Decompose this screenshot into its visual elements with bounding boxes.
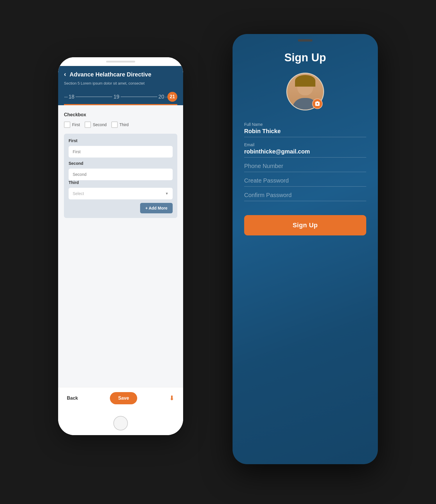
checkbox-box-third[interactable] xyxy=(111,121,118,128)
phone-notch xyxy=(58,57,183,66)
group-card: First Second Third Select ▼ + Add More xyxy=(64,134,177,218)
progress-step-18: 18 xyxy=(69,94,74,100)
phone-speaker xyxy=(298,39,312,42)
back-button[interactable]: Back xyxy=(67,396,78,401)
avatar-wrapper xyxy=(286,73,324,110)
add-more-button[interactable]: + Add More xyxy=(140,203,173,213)
progress-dots-right: ··· xyxy=(165,94,167,100)
select-placeholder: Select xyxy=(73,191,84,196)
bottom-nav: Back Save ⬇ xyxy=(58,387,183,413)
add-more-container: + Add More xyxy=(69,203,173,213)
camera-badge[interactable] xyxy=(312,99,323,109)
back-arrow-icon[interactable]: ‹ xyxy=(64,71,66,78)
header-subtitle: Section 5 Lorem ipsum dolor sit amet, co… xyxy=(64,81,177,85)
right-phone-content: Sign Up xyxy=(233,34,378,464)
left-content: Checkbox First Second Third xyxy=(58,105,183,387)
checkbox-item-second[interactable]: Second xyxy=(85,121,106,128)
field-full-name: Full Name Robin Thicke xyxy=(244,122,366,137)
checkbox-item-third[interactable]: Third xyxy=(111,121,129,128)
right-phone: Sign Up xyxy=(233,34,378,464)
email-value[interactable]: robinthicke@gmail.com xyxy=(244,148,366,158)
phone-placeholder[interactable]: Phone Number xyxy=(244,163,366,172)
progress-line-1 xyxy=(76,96,112,97)
home-button[interactable] xyxy=(113,416,128,430)
progress-step-20: 20 xyxy=(158,94,164,100)
download-icon[interactable]: ⬇ xyxy=(169,394,174,402)
checkbox-box-second[interactable] xyxy=(85,121,91,128)
signup-form: Full Name Robin Thicke Email robinthicke… xyxy=(244,122,366,235)
field-label-third: Third xyxy=(69,180,173,185)
checkbox-section-label: Checkbox xyxy=(64,112,177,117)
checkbox-label-third: Third xyxy=(119,122,129,127)
field-create-password: Create Password xyxy=(244,177,366,187)
field-phone: Phone Number xyxy=(244,163,366,172)
select-third[interactable]: Select ▼ xyxy=(69,188,173,199)
notch-bar xyxy=(106,61,135,62)
field-label-first: First xyxy=(69,138,173,143)
checkbox-box-first[interactable] xyxy=(64,121,70,128)
full-name-value[interactable]: Robin Thicke xyxy=(244,128,366,137)
progress-step-19: 19 xyxy=(113,94,119,100)
field-email: Email robinthicke@gmail.com xyxy=(244,142,366,158)
create-password-placeholder[interactable]: Create Password xyxy=(244,177,366,187)
checkbox-label-second: Second xyxy=(93,122,106,127)
full-name-label: Full Name xyxy=(244,122,366,127)
left-header: ‹ Advance Helathcare Directive Section 5… xyxy=(58,66,183,105)
confirm-password-placeholder[interactable]: Confirm Password xyxy=(244,192,366,201)
signup-button[interactable]: Sign Up xyxy=(244,215,366,235)
home-indicator-area xyxy=(58,413,183,435)
email-label: Email xyxy=(244,142,366,147)
signup-title: Sign Up xyxy=(284,51,326,64)
field-confirm-password: Confirm Password xyxy=(244,192,366,201)
field-label-second: Second xyxy=(69,161,173,166)
input-second[interactable] xyxy=(69,169,173,180)
left-phone: ‹ Advance Helathcare Directive Section 5… xyxy=(58,57,183,435)
camera-icon xyxy=(315,101,320,106)
progress-step-active: 21 xyxy=(167,92,177,102)
save-button[interactable]: Save xyxy=(110,392,137,404)
checkbox-label-first: First xyxy=(72,122,80,127)
progress-line-2 xyxy=(121,96,157,97)
header-title: Advance Helathcare Directive xyxy=(69,71,151,78)
input-first[interactable] xyxy=(69,146,173,158)
progress-bar: ···· 18 19 20 ··· 21 xyxy=(64,90,177,102)
checkbox-item-first[interactable]: First xyxy=(64,121,80,128)
checkbox-row: First Second Third xyxy=(64,121,177,128)
progress-dots-left: ···· xyxy=(64,94,67,100)
chevron-down-icon: ▼ xyxy=(165,192,169,196)
